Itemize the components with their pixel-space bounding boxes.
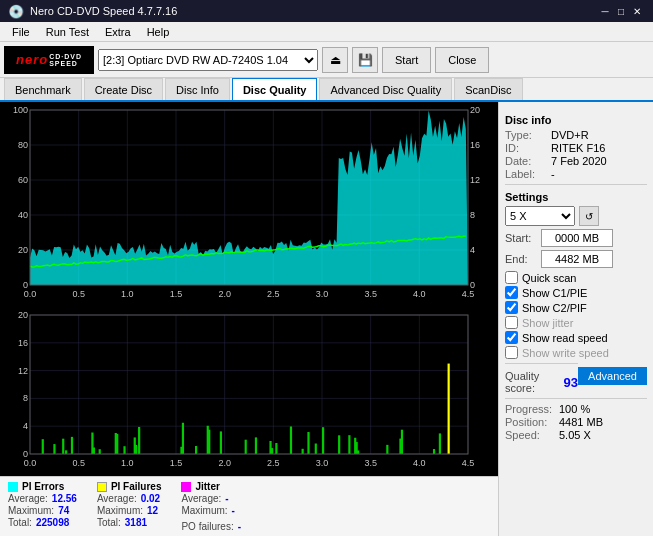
start-mb-input[interactable] [541, 229, 613, 247]
tab-benchmark[interactable]: Benchmark [4, 78, 82, 100]
disc-label-row: Label: - [505, 168, 647, 180]
bottom-chart [0, 307, 498, 476]
jitter-legend: Jitter Average: - Maximum: - PO failures… [181, 481, 241, 532]
chart-area: PI Errors Average: 12.56 Maximum: 74 Tot… [0, 102, 499, 536]
end-mb-row: End: [505, 250, 647, 268]
tabs: Benchmark Create Disc Disc Info Disc Qua… [0, 78, 653, 102]
toolbar: nero CD·DVDSPEED [2:3] Optiarc DVD RW AD… [0, 42, 653, 78]
show-c1pie-row: Show C1/PIE [505, 286, 647, 299]
close-button[interactable]: ✕ [629, 3, 645, 19]
app-title: Nero CD-DVD Speed 4.7.7.16 [30, 5, 597, 17]
jitter-title: Jitter [195, 481, 219, 492]
start-mb-row: Start: [505, 229, 647, 247]
show-jitter-label: Show jitter [522, 317, 573, 329]
tab-advanced-disc-quality[interactable]: Advanced Disc Quality [319, 78, 452, 100]
quick-scan-label: Quick scan [522, 272, 576, 284]
pi-errors-title: PI Errors [22, 481, 64, 492]
disc-id-row: ID: RITEK F16 [505, 142, 647, 154]
show-read-speed-checkbox[interactable] [505, 331, 518, 344]
title-bar: 💿 Nero CD-DVD Speed 4.7.7.16 ─ □ ✕ [0, 0, 653, 22]
show-read-speed-label: Show read speed [522, 332, 608, 344]
quality-score-row: Quality score: 93 [505, 370, 578, 394]
tab-disc-info[interactable]: Disc Info [165, 78, 230, 100]
pi-failures-color [97, 482, 107, 492]
jitter-color [181, 482, 191, 492]
show-c1pie-checkbox[interactable] [505, 286, 518, 299]
nero-logo: nero CD·DVDSPEED [4, 46, 94, 74]
close-toolbar-button[interactable]: Close [435, 47, 489, 73]
speed-settings-row: 5 X 4 X 8 X Max ↺ [505, 206, 647, 226]
menu-bar: File Run Test Extra Help [0, 22, 653, 42]
menu-help[interactable]: Help [139, 24, 178, 40]
menu-file[interactable]: File [4, 24, 38, 40]
settings-title: Settings [505, 191, 647, 203]
menu-run-test[interactable]: Run Test [38, 24, 97, 40]
quick-scan-checkbox[interactable] [505, 271, 518, 284]
speed-selector[interactable]: 5 X 4 X 8 X Max [505, 206, 575, 226]
show-jitter-checkbox[interactable] [505, 316, 518, 329]
tab-disc-quality[interactable]: Disc Quality [232, 78, 318, 100]
disc-info-title: Disc info [505, 114, 647, 126]
pi-errors-legend: PI Errors Average: 12.56 Maximum: 74 Tot… [8, 481, 77, 532]
settings-refresh-btn[interactable]: ↺ [579, 206, 599, 226]
top-chart [0, 102, 498, 307]
show-write-speed-label: Show write speed [522, 347, 609, 359]
show-c2pif-checkbox[interactable] [505, 301, 518, 314]
show-jitter-row: Show jitter [505, 316, 647, 329]
advanced-button[interactable]: Advanced [578, 367, 647, 385]
show-c2pif-label: Show C2/PIF [522, 302, 587, 314]
right-panel: Disc info Type: DVD+R ID: RITEK F16 Date… [499, 102, 653, 536]
pi-failures-title: PI Failures [111, 481, 162, 492]
show-c2pif-row: Show C2/PIF [505, 301, 647, 314]
pi-failures-legend: PI Failures Average: 0.02 Maximum: 12 To… [97, 481, 162, 532]
disc-type-row: Type: DVD+R [505, 129, 647, 141]
tab-scandisc[interactable]: ScanDisc [454, 78, 522, 100]
show-write-speed-row: Show write speed [505, 346, 647, 359]
minimize-button[interactable]: ─ [597, 3, 613, 19]
menu-extra[interactable]: Extra [97, 24, 139, 40]
save-icon[interactable]: 💾 [352, 47, 378, 73]
drive-selector[interactable]: [2:3] Optiarc DVD RW AD-7240S 1.04 [98, 49, 318, 71]
eject-icon[interactable]: ⏏ [322, 47, 348, 73]
show-write-speed-checkbox[interactable] [505, 346, 518, 359]
show-read-speed-row: Show read speed [505, 331, 647, 344]
pi-errors-color [8, 482, 18, 492]
quick-scan-row: Quick scan [505, 271, 647, 284]
speed-row: Speed: 5.05 X [505, 429, 647, 441]
main-content: PI Errors Average: 12.56 Maximum: 74 Tot… [0, 102, 653, 536]
disc-date-row: Date: 7 Feb 2020 [505, 155, 647, 167]
tab-create-disc[interactable]: Create Disc [84, 78, 163, 100]
maximize-button[interactable]: □ [613, 3, 629, 19]
progress-row: Progress: 100 % [505, 403, 647, 415]
end-mb-input[interactable] [541, 250, 613, 268]
show-c1pie-label: Show C1/PIE [522, 287, 587, 299]
position-row: Position: 4481 MB [505, 416, 647, 428]
start-button[interactable]: Start [382, 47, 431, 73]
legend-area: PI Errors Average: 12.56 Maximum: 74 Tot… [0, 476, 498, 536]
